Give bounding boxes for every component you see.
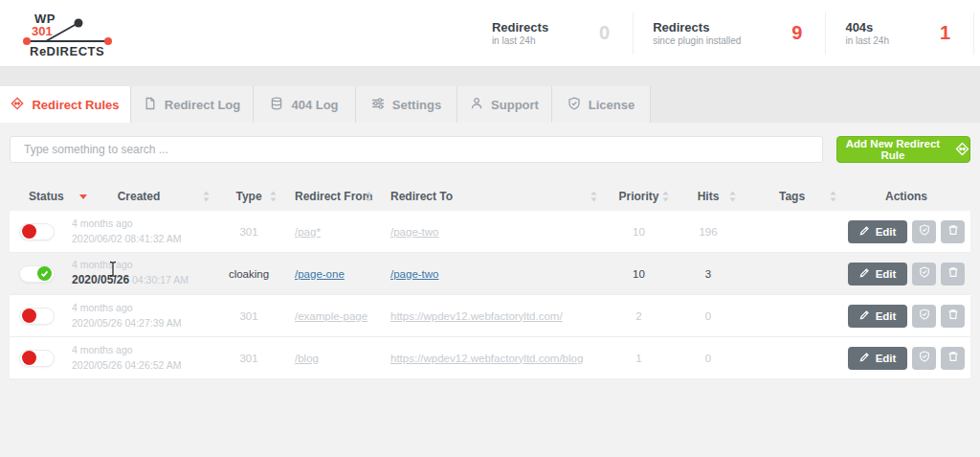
add-button-label: Add New Redirect Rule (837, 138, 948, 161)
column-header-redirect-to[interactable]: Redirect To (378, 182, 603, 211)
edit-button-label: Edit (876, 353, 897, 364)
stat-title: Redirects (492, 20, 548, 35)
main-content: Add New Redirect Rule Status Created Typ… (0, 123, 980, 379)
stat-value: 9 (785, 22, 802, 44)
stat-value: 1 (933, 22, 950, 44)
edit-button-label: Edit (876, 226, 897, 238)
redirect-type: cloaking (215, 268, 282, 280)
shield-check-icon (919, 308, 930, 323)
edit-button-label: Edit (876, 310, 897, 322)
column-header-tags[interactable]: Tags (742, 182, 842, 211)
created-date: 2020/05/26 (72, 317, 122, 329)
delete-button[interactable] (941, 263, 965, 286)
shield-check-button[interactable] (912, 305, 936, 328)
edit-button[interactable]: Edit (848, 347, 908, 370)
shield-check-button[interactable] (912, 220, 936, 243)
delete-button[interactable] (941, 347, 965, 370)
stat-subtitle: in last 24h (492, 35, 548, 46)
redirect-from-link[interactable]: /example-page (295, 310, 368, 322)
search-row: Add New Redirect Rule (10, 136, 970, 163)
column-label: Actions (885, 190, 927, 203)
tab-settings[interactable]: Settings (356, 86, 457, 123)
hits-value: 196 (675, 226, 742, 238)
status-toggle[interactable] (19, 308, 55, 325)
sort-icon (830, 192, 836, 202)
status-toggle[interactable] (19, 350, 55, 367)
redirect-from-link[interactable]: /page-one (295, 268, 345, 280)
support-icon (470, 97, 483, 113)
tab-band: Redirect Rules Redirect Log 404 Log Sett… (0, 67, 980, 123)
created-relative: 4 months ago (72, 343, 215, 357)
edit-button[interactable]: Edit (848, 305, 908, 328)
redirect-to-link[interactable]: https://wpdev12.webfactoryltd.com/blog (390, 353, 583, 364)
pencil-icon (859, 309, 870, 322)
column-header-status[interactable]: Status (10, 182, 62, 211)
delete-button[interactable] (941, 220, 965, 243)
redirect-from-link[interactable]: /blog (295, 353, 319, 364)
redirect-rules-table: Status Created Type Redirect From Redire… (10, 182, 970, 379)
edit-button[interactable]: Edit (848, 220, 908, 243)
created-time: 04:27:39 AM (124, 317, 181, 329)
column-label: Created (118, 190, 161, 203)
add-new-redirect-rule-button[interactable]: Add New Redirect Rule (836, 136, 970, 163)
column-header-created[interactable]: Created (62, 182, 215, 211)
column-label: Hits (698, 190, 720, 203)
pencil-icon (859, 352, 870, 364)
column-header-type[interactable]: Type (215, 182, 282, 211)
tab-bar: Redirect Rules Redirect Log 404 Log Sett… (0, 86, 980, 123)
shield-check-icon (919, 224, 930, 239)
redirect-from-link[interactable]: /pag* (295, 226, 321, 238)
status-toggle[interactable] (19, 265, 55, 283)
redirect-to-link[interactable]: https://wpdev12.webfactoryltd.com/ (390, 310, 563, 322)
column-header-hits[interactable]: Hits (675, 182, 742, 211)
column-label: Priority (618, 190, 658, 203)
shield-check-button[interactable] (912, 347, 936, 370)
delete-button[interactable] (941, 305, 965, 328)
priority-value: 2 (603, 310, 675, 322)
redirect-to-link[interactable]: /page-two (390, 268, 439, 280)
sort-icon (203, 192, 210, 202)
created-relative: 4 months ago (72, 258, 215, 272)
created-date: 2020/05/26 (72, 273, 129, 286)
redirect-to-link[interactable]: /page-two (390, 226, 439, 238)
edit-button[interactable]: Edit (848, 263, 908, 286)
tab-redirect-log[interactable]: Redirect Log (131, 86, 254, 123)
trash-icon (947, 266, 959, 281)
tab-license[interactable]: License (552, 86, 651, 123)
sort-icon (662, 192, 669, 202)
table-row: 4 months ago 2020/05/26 04:26:52 AM 301 … (10, 337, 970, 379)
tab-404-log[interactable]: 404 Log (254, 86, 356, 123)
edit-button-label: Edit (876, 268, 897, 280)
sliders-icon (371, 97, 385, 113)
sort-icon (590, 192, 597, 202)
shield-check-button[interactable] (912, 263, 936, 286)
pencil-icon (859, 267, 870, 280)
tab-label: Settings (392, 98, 441, 112)
redirect-type: 301 (215, 353, 282, 364)
stat-redirects-24h: Redirects in last 24h 0 (473, 12, 634, 55)
created-date: 2020/05/26 (72, 359, 122, 371)
trash-icon (947, 224, 959, 239)
column-header-priority[interactable]: Priority (603, 182, 675, 211)
table-row: 4 months ago 2020/05/26 04:27:39 AM 301 … (10, 295, 970, 337)
column-label: Redirect To (390, 190, 453, 203)
stat-subtitle: in last 24h (845, 35, 889, 46)
column-header-redirect-from[interactable]: Redirect From (282, 182, 378, 211)
created-relative: 4 months ago (72, 217, 215, 231)
stat-title: Redirects (653, 20, 741, 35)
tab-label: 404 Log (291, 98, 338, 112)
tab-redirect-rules[interactable]: Redirect Rules (0, 86, 131, 123)
tab-label: Redirect Rules (32, 98, 119, 112)
column-label: Redirect From (295, 190, 372, 203)
trash-icon (947, 308, 959, 323)
priority-value: 10 (603, 268, 675, 280)
status-toggle[interactable] (19, 223, 55, 240)
stat-subtitle: since plugin installed (653, 35, 741, 46)
column-header-actions: Actions (842, 182, 970, 211)
sort-icon (270, 192, 277, 202)
redirect-type: 301 (215, 310, 282, 322)
shield-check-icon (568, 97, 581, 113)
column-label: Type (235, 190, 261, 203)
tab-support[interactable]: Support (457, 86, 552, 123)
search-input[interactable] (10, 136, 823, 163)
